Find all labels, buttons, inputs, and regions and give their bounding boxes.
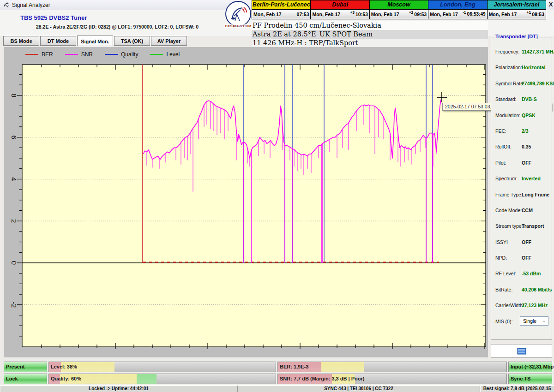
transponder-row-value: 37,123 MHz (522, 303, 548, 308)
y-axis-label: 0 (10, 261, 18, 265)
transponder-row-label: Frequency: (495, 49, 520, 54)
status-sync-counters: SYNC 443 | TEI 30106 | CC 7322 (238, 386, 480, 392)
clock-utc-offset: +3 (350, 10, 355, 15)
transponder-row-polarization: Polarization:Horizontal (491, 60, 552, 76)
transponder-row-label: Standard: (495, 96, 517, 102)
meter-label-snr: SNR: 7,7 dB (Margin: 3,3 dB | Poor) (280, 374, 364, 384)
satellite-dish-icon (225, 1, 251, 27)
transponder-row-label: BitRate: (495, 287, 512, 292)
transponder-row-label: ISSYI (495, 239, 508, 245)
y-axis-label: 6 (10, 135, 18, 139)
clock-moscow: MoscowMon, Feb 17+209:53 (370, 0, 428, 19)
overlay-line-frequency: 11 426 MHz-H : TRP/TalkSport (252, 39, 488, 48)
signal-chart-svg[interactable]: 86420-2 (4, 47, 488, 357)
legend-line-level (150, 54, 163, 55)
tab-av-player[interactable]: AV Player (151, 36, 187, 46)
transponder-row-label: Stream type: (495, 223, 523, 229)
meter-level: Level: 38% (48, 362, 276, 372)
mode-tabs: BS ModeDT ModeSignal Mon.TSA (OK)AV Play… (3, 36, 187, 46)
clock-time: 07:53 (297, 12, 309, 17)
clock-jerusalem-israel: Jerusalem-IsraelMon, Feb 17+108:53 (488, 0, 546, 19)
legend-item-ber: BER (25, 51, 53, 58)
clock-time-row: Mon, Feb 17-106:53:49 (428, 10, 487, 19)
transponder-row-fec: FEC:2/3 (491, 124, 552, 139)
clock-city-label: Berlin-Paris-Lučenec (252, 0, 310, 10)
chart-legend: BERSNRQualityLevel (25, 50, 180, 59)
transponder-row-symbol-rate: Symbol Rate:27499,789 KS/s (491, 76, 552, 92)
legend-label: Level (166, 51, 180, 58)
dxsatcs-logo: DXSATCS.COM (224, 1, 252, 28)
status-box-input: Input (~32,31 Mbps) (508, 362, 552, 372)
clock-london-eng: London, EngMon, Feb 17-106:53:49 (428, 0, 487, 19)
transponder-row-rf-level: RF Level:-53 dBm (491, 266, 552, 282)
transponder-row-carrierwidth: CarrierWidth:37,123 MHz (491, 298, 552, 314)
save-button[interactable] (491, 344, 552, 358)
tab-dt-mode[interactable]: DT Mode (40, 36, 76, 46)
tuner-details: 28.2E - Astra 2E/2F/2G (ID: 0282) @ LOF1… (36, 24, 199, 30)
transponder-row-value: OFF (522, 239, 531, 245)
meter-segment (137, 374, 157, 384)
tab-tsa-ok[interactable]: TSA (OK) (114, 36, 150, 46)
clock-city-label: Dubai (311, 0, 369, 10)
status-best-signal: Best signal: 7,8 dB (2025-02-15 20:23) (480, 386, 554, 392)
transponder-row-value: 11427,371 MHz (522, 49, 554, 54)
app-icon (3, 2, 10, 8)
transponder-row-label: Polarization: (495, 65, 522, 70)
transponder-row-standard: Standard:DVB-S (491, 92, 552, 107)
transponder-row-label: Symbol Rate: (495, 81, 524, 86)
transponder-row-stream-type: Stream type:Transport (491, 219, 552, 234)
close-icon[interactable]: X (547, 1, 554, 9)
transponder-row-value: Inverted (522, 176, 541, 181)
transponder-row-code-mode: Code Mode:CCM (491, 203, 552, 219)
clock-time-row: Mon, Feb 17+310:53 (311, 10, 369, 19)
transponder-row-value: OFF (522, 160, 531, 166)
transponder-row-label: NPD: (495, 255, 507, 261)
transponder-row-value: 2/3 (522, 128, 529, 134)
signal-chart-area[interactable]: 86420-2 BERSNRQualityLevel (4, 47, 488, 357)
meter-label-ber: BER: 1,9E-3 (280, 362, 308, 372)
status-box-lock: Lock (4, 374, 47, 384)
clock-city-label: Jerusalem-Israel (488, 0, 546, 10)
legend-item-quality: Quality (105, 51, 138, 58)
transponder-row-value: CCM (522, 208, 533, 213)
clock-time: 06:53:49 (467, 12, 486, 17)
legend-item-snr: SNR (65, 51, 93, 58)
status-box-present: Present (4, 362, 47, 372)
overlay-line-satellite: Astra 2E at 28.5°E_UK SPOT Beam (252, 30, 488, 39)
clock-city-label: London, Eng (428, 0, 487, 10)
transponder-row-value: -53 dBm (522, 271, 541, 276)
transponder-row-label: RollOff: (495, 144, 512, 149)
clock-time-row: Mon, Feb 17+209:53 (370, 10, 428, 19)
transponder-row-modulation: Modulation:QPSK (491, 108, 552, 124)
meter-segment (321, 362, 364, 372)
transponder-panel: Transponder [DT] Frequency:11427,371 MHz… (491, 37, 552, 340)
clock-time: 09:53 (414, 12, 427, 17)
window-title: Signal Analyzer (12, 2, 50, 8)
y-axis-label: 2 (10, 219, 18, 223)
overlay-line-antenna: PF Prodelin 450 cm/Lučenec-Slovakia (252, 21, 488, 30)
clock-berlin-paris-lu-enec: Berlin-Paris-LučenecMon, Feb 1707:53 (252, 0, 311, 19)
tab-signal-mon[interactable]: Signal Mon. (77, 36, 113, 46)
transponder-row-frequency: Frequency:11427,371 MHz (491, 44, 552, 60)
transponder-row-issyi: ISSYIOFF (491, 235, 552, 250)
transponder-row-label: RF Level: (495, 271, 516, 276)
transponder-row-label: Pilot: (495, 160, 506, 166)
meter-ber: BER: 1,9E-3 (277, 362, 507, 372)
transponder-row-frame-type: Frame Type:Long Frame (491, 187, 552, 203)
transponder-row-value: DVB-S (522, 96, 537, 102)
logo-text: DXSATCS.COM (224, 24, 252, 28)
chevron-down-icon: ⌄ (542, 317, 546, 325)
legend-label: Quality (121, 51, 138, 58)
transponder-row-label: FEC: (495, 128, 506, 134)
transponder-row-label: Code Mode: (495, 208, 522, 213)
transponder-row-pilot: Pilot:OFF (491, 155, 552, 171)
clock-date: Mon, Feb 17 (430, 12, 463, 17)
clock-date: Mon, Feb 17 (253, 12, 296, 17)
clock-utc-offset: -1 (463, 10, 466, 15)
meter-label-quality: Quality: 60% (51, 374, 81, 384)
mis-dropdown[interactable]: Single⌄ (520, 316, 548, 326)
transponder-row-value: 40,206 Mbit/s (522, 287, 552, 292)
clock-date: Mon, Feb 17 (371, 12, 409, 17)
transponder-panel-title: Transponder [DT] (494, 34, 539, 39)
tab-bs-mode[interactable]: BS Mode (3, 36, 39, 46)
